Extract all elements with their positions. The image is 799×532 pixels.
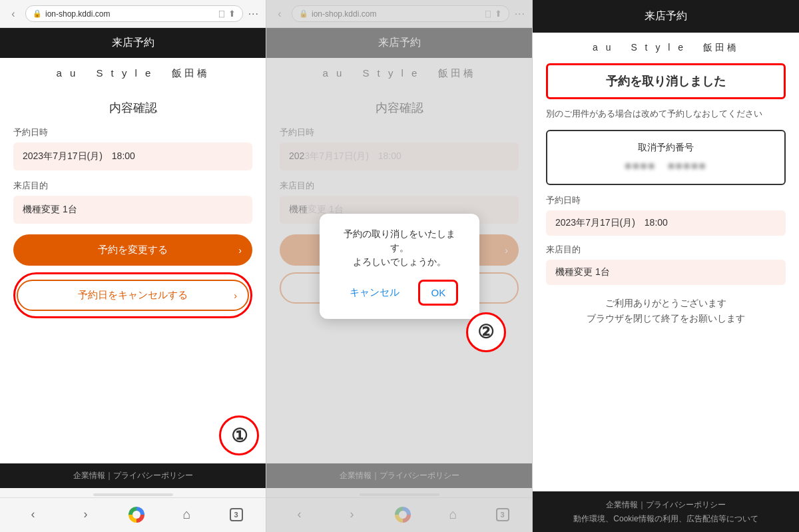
thank-you-message: ご利用ありがとうございますブラウザを閉じて終了をお願いします <box>546 296 786 328</box>
cancel-reservation-button-1[interactable]: 予約日をキャンセルする › <box>17 280 249 311</box>
store-name-3: a u S t y l e 飯田橋 <box>546 42 786 54</box>
dialog-ok-button[interactable]: OK <box>421 283 455 302</box>
app-header-3: 来店予約 <box>533 0 799 33</box>
arrow-icon-change-1: › <box>238 245 242 256</box>
app-footer-1: 企業情報｜プライバシーポリシー <box>0 463 266 488</box>
cancelled-title: 予約を取り消しました <box>556 73 776 89</box>
lock-icon-1: 🔒 <box>33 9 42 18</box>
google-icon-1[interactable] <box>129 507 144 523</box>
dialog-message: 予約の取り消しをいたします。よろしいでしょうか。 <box>336 227 463 269</box>
panel-2: ‹ 🔒 ion-shop.kddi.com ⎕ ⬆ ··· 来店予約 a u S… <box>266 0 533 532</box>
dialog-buttons: キャンセル OK <box>336 280 463 306</box>
browser-chrome-1: ‹ 🔒 ion-shop.kddi.com ⎕ ⬆ ··· <box>0 0 266 28</box>
home-icon-1[interactable]: ⌂ <box>177 505 197 525</box>
page-content-1: 内容確認 予約日時 2023年7月17日(月) 18:00 来店目的 機種変更 … <box>0 87 266 463</box>
share-icon-1[interactable]: ⬆ <box>228 9 236 19</box>
field-label-date-1: 予約日時 <box>13 127 252 138</box>
nav-back-1[interactable]: ‹ <box>23 505 43 525</box>
browser-menu-1[interactable]: ··· <box>248 8 259 20</box>
section-title-1: 内容確認 <box>13 100 252 116</box>
field-value-date-1: 2023年7月17日(月) 18:00 <box>13 142 252 170</box>
res-num-label: 取消予約番号 <box>558 142 774 154</box>
step-badge-1: ① <box>219 415 259 455</box>
right-content: a u S t y l e 飯田橋 予約を取り消しました 別のご用件がある場合は… <box>533 33 799 491</box>
field-value-purpose-1: 機種変更 1台 <box>13 196 252 224</box>
dialog-ok-red-box: OK <box>418 280 458 306</box>
change-reservation-button-1[interactable]: 予約を変更する › <box>13 234 252 266</box>
address-bar-1[interactable]: 🔒 ion-shop.kddi.com ⎕ ⬆ <box>25 5 243 22</box>
cancel-button-red-box-1: 予約日をキャンセルする › <box>13 272 252 318</box>
browser-nav-1: ‹ › ⌂ 3 <box>0 497 266 531</box>
app-header-1: 来店予約 <box>0 28 266 58</box>
reservation-number-box: 取消予約番号 ●●●● ●●●●● <box>546 130 786 185</box>
app-footer-3: 企業情報｜プライバシーポリシー 動作環境、Cookie情報の利用、広告配信等につ… <box>533 491 799 532</box>
cancelled-note: 別のご用件がある場合は改めて予約しなおしてください <box>546 107 786 121</box>
panel-1: ‹ 🔒 ion-shop.kddi.com ⎕ ⬆ ··· 来店予約 a u S… <box>0 0 266 532</box>
tab-count-1[interactable]: 3 <box>230 508 243 521</box>
nav-forward-1[interactable]: › <box>76 505 96 525</box>
field-value-date-3: 2023年7月17日(月) 18:00 <box>546 210 786 236</box>
dialog-box: 予約の取り消しをいたします。よろしいでしょうか。 キャンセル OK <box>320 214 479 319</box>
field-label-purpose-3: 来店目的 <box>546 244 786 256</box>
panel-3: 来店予約 a u S t y l e 飯田橋 予約を取り消しました 別のご用件が… <box>533 0 799 532</box>
dialog-cancel-button[interactable]: キャンセル <box>340 282 409 303</box>
browser-back-1[interactable]: ‹ <box>7 7 20 21</box>
store-name-1: a u S t y l e 飯田橋 <box>0 58 266 87</box>
dialog-overlay: 予約の取り消しをいたします。よろしいでしょうか。 キャンセル OK ② <box>266 0 532 532</box>
res-num-value: ●●●● ●●●●● <box>558 159 774 173</box>
bookmark-icon-1[interactable]: ⎕ <box>219 9 224 19</box>
url-text-1: ion-shop.kddi.com <box>45 9 110 19</box>
bottom-indicator-1 <box>93 493 173 496</box>
browser-bottom-1: ‹ › ⌂ 3 <box>0 488 266 532</box>
arrow-icon-cancel-1: › <box>234 290 237 301</box>
field-label-date-3: 予約日時 <box>546 194 786 206</box>
cancelled-box: 予約を取り消しました <box>546 63 786 99</box>
step-badge-2: ② <box>466 312 506 352</box>
field-value-purpose-3: 機種変更 1台 <box>546 260 786 285</box>
field-label-purpose-1: 来店目的 <box>13 180 252 192</box>
